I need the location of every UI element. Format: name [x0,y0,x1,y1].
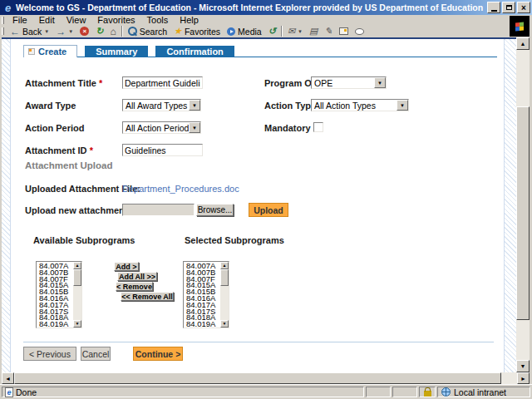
home-button[interactable]: ⌂ [106,25,119,37]
scroll-up-icon: ▲ [223,264,227,268]
browse-button[interactable]: Browse... [196,204,234,216]
scroll-down-button[interactable]: ▼ [516,360,530,372]
scroll-right-button[interactable]: ► [517,372,530,384]
windows-flag-icon [515,22,524,31]
favorites-button[interactable]: ★ Favorites [170,25,224,37]
attachment-title-input[interactable] [122,76,203,89]
attachment-id-input[interactable] [122,144,203,156]
listbox-scrollbar[interactable]: ▲ ▼ [220,262,229,328]
status-pane-empty [392,387,417,397]
add-button[interactable]: Add > [114,262,139,271]
chevron-down-icon[interactable]: ▼ [68,29,73,34]
horizontal-scrollbar[interactable]: ◄ ► [2,372,530,384]
search-button[interactable]: Search [125,25,170,37]
remove-button[interactable]: < Remove [116,282,153,291]
tab-summary[interactable]: Summary [85,46,148,57]
tab-create[interactable]: Create [23,45,77,57]
stop-button[interactable]: × [76,25,92,37]
subprogram-option[interactable]: 84.019A [37,321,72,327]
mail-button[interactable]: ✉ ▼ [284,25,306,37]
restore-icon [506,5,512,10]
stop-icon: × [80,27,89,36]
scroll-left-button[interactable]: ◄ [2,372,14,384]
menu-tools[interactable]: Tools [141,15,175,25]
page-content: Create Summary Confirmation Attachment T… [2,37,516,372]
minimize-button[interactable] [487,2,500,13]
status-text: Done [16,387,37,397]
mandatory-checkbox[interactable] [313,122,323,132]
tab-confirmation[interactable]: Confirmation [155,46,234,57]
home-icon: ⌂ [110,26,116,37]
minimize-icon [491,10,497,12]
scroll-up-button[interactable]: ▲ [516,37,530,50]
menu-help[interactable]: Help [174,15,204,25]
messenger-button[interactable] [352,25,367,37]
scroll-down-button[interactable]: ▼ [73,320,81,328]
back-icon: ← [10,27,20,37]
menu-grip[interactable] [2,17,4,24]
menu-file[interactable]: File [7,15,33,25]
upload-button[interactable]: Upload [249,203,288,217]
back-button[interactable]: ← Back ▼ [7,25,52,37]
page-margin-right [504,39,516,372]
favorites-label: Favorites [185,27,220,37]
toolbar-grip[interactable] [2,27,4,35]
history-button[interactable]: ↺ [265,25,279,37]
chevron-down-icon[interactable]: ▼ [374,77,386,88]
chevron-down-icon[interactable]: ▼ [189,122,200,133]
program-office-select[interactable]: OPE ▼ [311,76,387,89]
file-path-input[interactable] [122,204,195,216]
window-title: Welcome to GS - Department of Education … [13,2,487,12]
scroll-down-button[interactable]: ▼ [220,320,229,328]
listbox-scrollbar[interactable]: ▲ ▼ [73,262,81,328]
subprogram-option[interactable]: 84.019A [185,321,219,327]
scrollbar-thumb[interactable] [220,269,229,286]
forward-icon: → [56,27,66,37]
menu-edit[interactable]: Edit [33,15,61,25]
add-all-button[interactable]: Add All >> [117,272,157,281]
scroll-right-icon: ► [520,376,526,382]
uploaded-file-link[interactable]: Department_Procedures.doc [122,184,239,194]
discuss-button[interactable] [336,25,352,37]
dropdown-arrow-glyph: ▼ [192,126,197,131]
scroll-up-button[interactable]: ▲ [220,262,229,269]
award-type-select[interactable]: All Award Types ▼ [122,99,201,111]
restore-button[interactable] [502,2,515,13]
media-button[interactable]: Media [224,25,265,37]
chevron-down-icon[interactable]: ▼ [298,29,303,34]
scroll-up-button[interactable]: ▲ [73,262,81,269]
create-tab-icon [28,48,35,55]
chevron-down-icon[interactable]: ▼ [44,29,49,34]
close-button[interactable]: × [517,2,530,13]
action-type-select[interactable]: All Action Types ▼ [311,99,409,111]
selected-subprograms-label: Selected Subprograms [185,235,284,245]
previous-button[interactable]: < Previous [23,347,76,361]
edit-button[interactable]: ✎ [321,25,335,37]
cancel-button[interactable]: Cancel [81,347,111,361]
chevron-down-icon[interactable]: ▼ [189,100,200,111]
action-period-select[interactable]: All Action Periods ▼ [122,121,201,134]
forward-button[interactable]: → ▼ [52,25,76,37]
menu-favorites[interactable]: Favorites [91,15,140,25]
title-bar: e Welcome to GS - Department of Educatio… [0,0,532,15]
ie-logo-icon: e [2,2,13,13]
refresh-icon: ↻ [96,26,103,37]
selected-value: All Action Types [312,101,397,111]
print-button[interactable]: ▤ [306,25,321,37]
media-label: Media [238,27,262,37]
scrollbar-thumb[interactable] [14,372,501,384]
selected-subprograms-listbox[interactable]: 84.007A84.007B84.007F84.015A84.015B84.01… [183,261,229,328]
discuss-icon [339,27,348,35]
continue-button[interactable]: Continue > [133,347,183,361]
scrollbar-thumb[interactable] [516,106,530,320]
available-subprograms-listbox[interactable]: 84.007A84.007B84.007F84.015A84.015B84.01… [36,261,82,328]
history-icon: ↺ [268,26,276,37]
scrollbar-thumb[interactable] [73,269,81,286]
chevron-down-icon[interactable]: ▼ [397,100,408,111]
vertical-scrollbar[interactable]: ▲ ▼ [516,37,530,372]
remove-all-button[interactable]: << Remove All [121,292,174,301]
refresh-button[interactable]: ↻ [92,25,106,37]
browser-window: e Welcome to GS - Department of Educatio… [0,0,532,399]
selected-value: OPE [312,78,374,88]
menu-view[interactable]: View [61,15,92,25]
